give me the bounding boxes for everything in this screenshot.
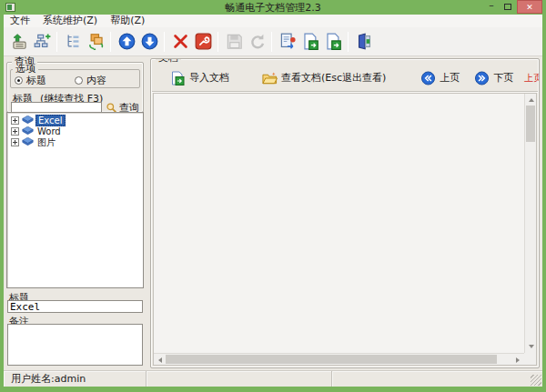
status-pane-3 [332,371,542,387]
expand-plus-icon[interactable] [11,127,19,136]
import-document-button[interactable]: 导入文档 [170,71,229,85]
window-border [0,0,4,392]
horizontal-scroll-thumb[interactable] [166,355,497,364]
scroll-right-button[interactable] [512,354,524,366]
edit-tool-icon[interactable] [192,31,214,53]
scroll-up-button[interactable] [525,94,537,106]
horizontal-scrollbar[interactable] [154,353,524,365]
resize-grip[interactable] [531,375,541,386]
document-header: 导入文档 查看文档(Esc退出查看) 上页 下页 上页、下页只TIF文件有效 [152,65,538,92]
tree-item-label: Excel [35,115,66,126]
radio-content-label: 内容 [86,74,106,87]
prev-page-label: 上页 [440,71,460,85]
move-up-icon[interactable] [116,31,137,53]
save-icon[interactable] [223,31,245,53]
status-user-text: 用户姓名:admin [11,372,86,386]
status-bar: 用户姓名:admin [4,370,542,387]
delete-icon[interactable] [169,31,191,53]
vertical-scroll-thumb[interactable] [526,106,535,142]
document-viewer[interactable] [153,93,537,366]
app-window: 畅通电子文档管理2.3 – ✕ 文件 系统维护(Z) 帮助(Z) [0,0,546,392]
query-groupbox: 查询 选项 标题 内容 标题 [6,62,144,113]
radio-selected-icon [15,76,23,85]
doc-transfer-icon[interactable] [277,31,298,53]
import-document-icon [170,71,186,85]
doc-export-alt-icon[interactable] [322,31,344,53]
toolbar-separator [164,32,165,52]
category-refresh-icon[interactable] [85,31,106,53]
scrollbar-corner [524,353,536,365]
arrow-right-icon [516,357,522,363]
next-page-icon [474,71,490,85]
arrow-left-icon [156,357,162,363]
undo-icon[interactable] [246,31,268,53]
arrow-up-icon [529,95,534,102]
tree-list-icon[interactable] [62,31,84,53]
prev-page-button[interactable]: 上页 [420,71,460,85]
radio-unselected-icon [75,76,83,85]
window-border [0,387,546,392]
query-sidebar: 查询 选项 标题 内容 标题 [4,56,147,370]
toolbar [4,27,542,56]
toolbar-separator [56,32,57,52]
window-title: 畅通电子文档管理2.3 [0,1,546,15]
prev-page-icon [420,71,436,85]
title-field[interactable] [7,300,143,313]
exit-door-icon[interactable] [353,31,375,53]
toolbar-separator [217,32,218,52]
next-page-label: 下页 [493,71,513,85]
menu-bar: 文件 系统维护(Z) 帮助(Z) [4,15,542,27]
view-document-label: 查看文档(Esc退出查看) [281,71,386,85]
document-panel: 文档 导入文档 查看文档(Esc退出查看) 上页 下页 上 [150,58,540,368]
tif-notice-text: 上页、下页只TIF文件有效 [524,72,540,85]
category-diamond-icon [22,126,34,136]
main-area: 查询 选项 标题 内容 标题 [4,56,542,370]
title-bar: 畅通电子文档管理2.3 – ✕ [0,0,546,15]
doc-export-icon[interactable] [299,31,321,53]
menu-system-maintenance[interactable]: 系统维护(Z) [36,15,104,27]
scroll-down-button[interactable] [525,341,537,353]
options-groupbox: 选项 标题 内容 [10,69,140,88]
note-field[interactable] [7,324,143,366]
vertical-scrollbar[interactable] [524,94,536,353]
tree-item-pictures[interactable]: 图片 [7,136,143,147]
radio-search-by-title[interactable]: 标题 [15,74,75,87]
move-down-icon[interactable] [138,31,160,53]
category-diamond-icon [22,137,34,146]
minimize-button[interactable]: – [484,0,499,14]
view-document-button[interactable]: 查看文档(Esc退出查看) [262,71,386,85]
import-document-label: 导入文档 [189,71,229,85]
tree-item-label: Word [35,126,63,136]
radio-search-by-content[interactable]: 内容 [75,74,135,87]
archive-import-icon[interactable] [8,31,30,53]
category-diamond-icon [22,116,34,125]
toolbar-separator [348,32,349,52]
window-border [542,0,546,392]
tree-item-label: 图片 [35,137,57,147]
maximize-icon [504,4,511,10]
status-pane-2 [147,371,332,387]
toolbar-separator [110,32,111,52]
expand-plus-icon[interactable] [11,138,19,146]
radio-title-label: 标题 [26,74,46,87]
open-folder-icon [262,71,278,85]
expand-plus-icon[interactable] [11,116,19,125]
document-group-label: 文档 [156,58,181,64]
category-add-icon[interactable] [31,31,53,53]
category-tree[interactable]: Excel Word 图片 [6,112,144,288]
close-button[interactable]: ✕ [517,0,542,14]
menu-file[interactable]: 文件 [4,15,36,27]
status-user-pane: 用户姓名:admin [4,371,147,387]
toolbar-separator [271,32,272,52]
menu-help[interactable]: 帮助(Z) [104,15,151,27]
arrow-down-icon [529,345,534,351]
scroll-left-button[interactable] [154,354,166,366]
maximize-button[interactable] [500,0,515,14]
next-page-button[interactable]: 下页 [474,71,513,85]
tree-item-excel[interactable]: Excel [7,115,143,126]
tree-item-word[interactable]: Word [7,126,143,136]
